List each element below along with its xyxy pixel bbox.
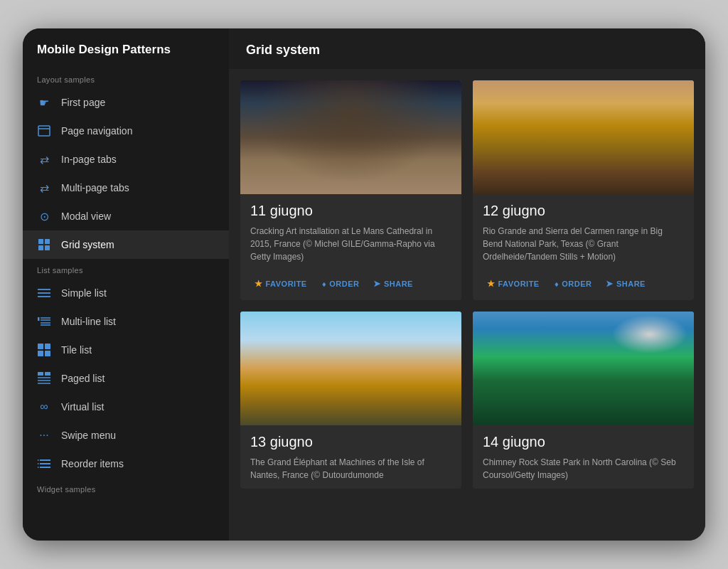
favorite-label: FAVORITE (266, 280, 307, 288)
svg-point-27 (38, 463, 39, 464)
sidebar-item-multi-line-list[interactable]: Multi-line list (23, 307, 229, 336)
sidebar-item-label: Multi-line list (61, 316, 116, 327)
order-label: ORDER (329, 280, 359, 288)
card-1-share-btn[interactable]: ➤ SHARE (369, 276, 417, 292)
sidebar-section-widget: Widget samples (23, 478, 229, 498)
svg-rect-46 (351, 166, 355, 184)
hand-icon: ☛ (37, 95, 51, 110)
infinity-icon: ∞ (37, 400, 51, 414)
card-4-image (473, 312, 694, 425)
card-2-order-btn[interactable]: ⬧ ORDER (550, 276, 596, 292)
sidebar-item-label: Simple list (61, 287, 107, 299)
share-label: SHARE (616, 280, 646, 288)
grid-area: 11 giugno Cracking Art installation at L… (229, 69, 705, 541)
card-1-order-btn[interactable]: ⬧ ORDER (317, 276, 364, 292)
sidebar: Mobile Design Patterns Layout samples ☛ … (23, 28, 229, 541)
svg-rect-4 (38, 245, 43, 250)
tabs-icon: ⇄ (37, 152, 51, 166)
sidebar-item-multi-page-tabs[interactable]: ⇄ Multi-page tabs (23, 174, 229, 202)
svg-rect-34 (321, 129, 343, 168)
card-1-image (240, 80, 461, 194)
svg-rect-61 (309, 414, 326, 425)
sidebar-item-grid-system[interactable]: Grid system (23, 230, 229, 259)
svg-rect-56 (301, 361, 400, 418)
card-1-favorite-btn[interactable]: ★ FAVORITE (250, 276, 311, 292)
sidebar-item-paged-list[interactable]: Paged list (23, 364, 229, 393)
share-icon: ➤ (373, 279, 381, 289)
svg-rect-39 (297, 171, 404, 183)
card-1-date: 11 giugno (250, 203, 451, 219)
sidebar-item-first-page[interactable]: ☛ First page (23, 88, 229, 117)
svg-marker-84 (618, 338, 626, 349)
sidebar-item-page-navigation[interactable]: Page navigation (23, 117, 229, 145)
svg-rect-54 (240, 312, 461, 425)
svg-rect-64 (376, 414, 393, 425)
svg-rect-35 (358, 129, 381, 168)
svg-point-65 (360, 367, 379, 385)
main-content: Grid system (229, 28, 705, 541)
sidebar-item-label: Modal view (61, 211, 111, 222)
svg-point-73 (621, 312, 667, 334)
sidebar-title: Mobile Design Patterns (23, 43, 229, 68)
svg-rect-5 (45, 245, 50, 250)
card-2-image (473, 80, 694, 194)
svg-rect-57 (294, 346, 355, 384)
grid-icon (37, 238, 51, 252)
svg-point-59 (291, 349, 299, 357)
tabs2-icon: ⇄ (37, 181, 51, 195)
card-2-share-btn[interactable]: ➤ SHARE (601, 276, 650, 292)
svg-marker-33 (378, 84, 392, 107)
svg-marker-32 (309, 84, 324, 107)
card-2-body: 12 giugno Rio Grande and Sierra del Carm… (473, 194, 694, 270)
svg-rect-14 (38, 344, 43, 349)
sidebar-section-layout: Layout samples (23, 68, 229, 88)
sidebar-item-label: Swipe menu (61, 430, 116, 441)
sidebar-item-label: Virtual list (61, 401, 104, 413)
card-1-actions: ★ FAVORITE ⬧ ORDER ➤ SHARE (240, 270, 461, 300)
list2-icon (37, 314, 51, 329)
card-2-desc: Rio Grande and Sierra del Carmen range i… (483, 225, 684, 263)
card-1-body: 11 giugno Cracking Art installation at L… (240, 194, 461, 270)
paged-icon (37, 371, 51, 385)
svg-rect-62 (332, 414, 349, 425)
card-2-favorite-btn[interactable]: ★ FAVORITE (483, 276, 544, 292)
svg-rect-58 (282, 341, 328, 376)
svg-rect-48 (366, 166, 370, 184)
card-3-body: 13 giugno The Grand Éléphant at Machines… (240, 425, 461, 489)
card-4: 14 giugno Chimney Rock State Park in Nor… (473, 312, 694, 489)
sidebar-item-virtual-list[interactable]: ∞ Virtual list (23, 393, 229, 421)
svg-rect-83 (625, 313, 634, 315)
sidebar-item-swipe-menu[interactable]: ··· Swipe menu (23, 421, 229, 450)
svg-point-26 (38, 459, 39, 461)
svg-rect-40 (305, 166, 309, 184)
svg-rect-63 (355, 414, 372, 425)
sidebar-item-modal-view[interactable]: ⊙ Modal view (23, 202, 229, 230)
card-2-actions: ★ FAVORITE ⬧ ORDER ➤ SHARE (473, 270, 694, 300)
grid2-icon (37, 343, 51, 357)
svg-rect-71 (473, 312, 694, 425)
bookmark-icon: ⬧ (554, 279, 560, 289)
svg-point-28 (38, 467, 39, 468)
card-3-date: 13 giugno (250, 434, 451, 450)
svg-rect-15 (45, 344, 50, 349)
svg-point-37 (363, 110, 378, 133)
svg-rect-30 (294, 92, 408, 184)
svg-marker-77 (606, 315, 645, 425)
svg-rect-13 (38, 317, 40, 321)
sidebar-item-tile-list[interactable]: Tile list (23, 336, 229, 364)
svg-rect-82 (625, 312, 634, 313)
svg-rect-18 (38, 372, 43, 376)
card-2: 12 giugno Rio Grande and Sierra del Carm… (473, 80, 694, 300)
sidebar-item-reorder-items[interactable]: Reorder items (23, 450, 229, 478)
svg-marker-50 (473, 92, 694, 194)
sidebar-item-in-page-tabs[interactable]: ⇄ In-page tabs (23, 145, 229, 174)
svg-rect-16 (38, 351, 43, 356)
list-icon (37, 286, 51, 300)
svg-rect-45 (343, 166, 348, 184)
svg-rect-47 (358, 166, 363, 184)
svg-rect-41 (313, 166, 317, 184)
svg-marker-76 (473, 361, 694, 425)
card-4-desc: Chimney Rock State Park in North Carolin… (483, 456, 684, 482)
sidebar-item-simple-list[interactable]: Simple list (23, 279, 229, 307)
svg-marker-51 (473, 115, 694, 194)
